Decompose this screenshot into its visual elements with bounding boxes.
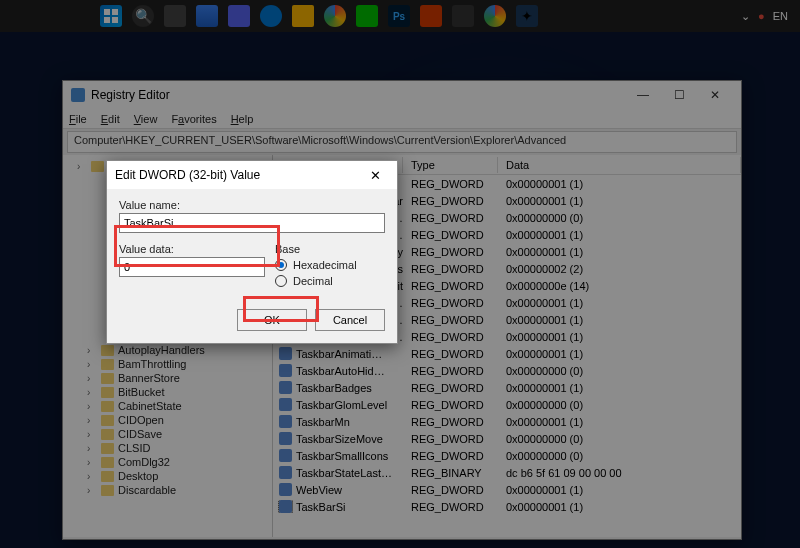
radio-dec-icon[interactable] [275, 275, 287, 287]
valuedata-field[interactable] [119, 257, 265, 277]
valuename-label: Value name: [119, 199, 385, 211]
dialog-titlebar[interactable]: Edit DWORD (32-bit) Value ✕ [107, 161, 397, 189]
radio-hexadecimal[interactable]: Hexadecimal [275, 259, 385, 271]
radio-hex-icon[interactable] [275, 259, 287, 271]
edit-dword-dialog: Edit DWORD (32-bit) Value ✕ Value name: … [106, 160, 398, 344]
valuename-field[interactable] [119, 213, 385, 233]
radio-decimal[interactable]: Decimal [275, 275, 385, 287]
dialog-close-icon[interactable]: ✕ [361, 168, 389, 183]
dialog-title: Edit DWORD (32-bit) Value [115, 168, 260, 182]
base-label: Base [275, 243, 385, 255]
ok-button[interactable]: OK [237, 309, 307, 331]
cancel-button[interactable]: Cancel [315, 309, 385, 331]
valuedata-label: Value data: [119, 243, 265, 255]
